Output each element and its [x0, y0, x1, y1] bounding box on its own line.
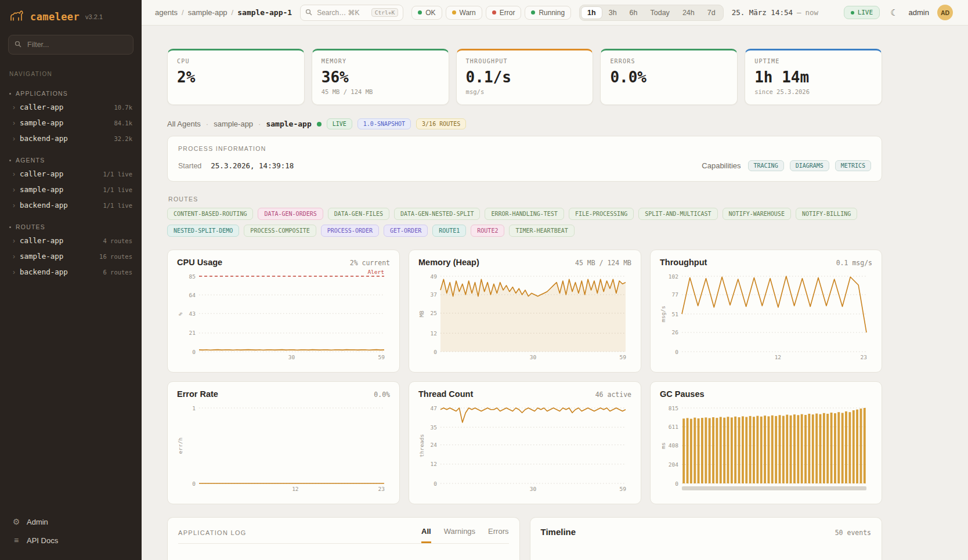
error-rate-chart: 101223err/h — [177, 401, 390, 493]
svg-text:23: 23 — [378, 486, 384, 492]
route-badge[interactable]: PROCESS-ORDER — [321, 225, 379, 237]
svg-text:43: 43 — [189, 310, 196, 317]
sidebar-item-admin[interactable]: ⚙ Admin — [9, 512, 132, 531]
sidebar-footer-label: API Docs — [27, 536, 58, 545]
svg-text:25: 25 — [431, 310, 437, 316]
time-range-selector: 1h 3h 6h Today 24h 7d — [579, 5, 724, 21]
dark-mode-toggle[interactable]: ☾ — [888, 6, 900, 19]
svg-text:24: 24 — [431, 442, 438, 448]
section-title-applications: APPLICATIONS — [0, 85, 142, 99]
stat-label: MEMORY — [322, 58, 439, 64]
route-badge[interactable]: GET-ORDER — [384, 225, 428, 237]
filter-warn[interactable]: Warn — [446, 6, 482, 20]
date-range-display[interactable]: 25. März 14:54 – now — [732, 8, 818, 17]
tab-all[interactable]: All — [421, 527, 431, 543]
range-6h[interactable]: 6h — [623, 6, 644, 19]
agent-crumb-all-agents[interactable]: All Agents — [167, 120, 201, 128]
agent-badge-version: 1.0-SNAPSHOT — [357, 118, 411, 129]
sidebar: cameleer v3.2.1 NAVIGATION APPLICATIONS … — [0, 0, 142, 560]
chart-title: Throughput — [660, 258, 707, 267]
gc-pauses-card: GC Pauses 8156114082040ms — [650, 381, 882, 504]
svg-text:30: 30 — [530, 354, 537, 360]
route-badge[interactable]: NOTIFY-BILLING — [796, 208, 857, 220]
route-badge[interactable]: DATA-GEN-NESTED-SPLIT — [394, 208, 480, 220]
filter-label: Running — [539, 9, 565, 17]
sidebar-item-application-caller-app[interactable]: › caller-app 10.7k — [0, 99, 142, 115]
sidebar-item-api-docs[interactable]: ≡ API Docs — [9, 531, 132, 550]
filter-running[interactable]: Running — [525, 6, 571, 20]
sidebar-item-agent-backend-app[interactable]: › backend-app 1/1 live — [0, 197, 142, 213]
sidebar-item-badge: 10.7k — [114, 104, 132, 111]
sidebar-footer: ⚙ Admin ≡ API Docs — [0, 507, 142, 560]
routes-badge-list: CONTENT-BASED-ROUTING DATA-GEN-ORDERS DA… — [167, 208, 882, 237]
route-badge[interactable]: DATA-GEN-ORDERS — [258, 208, 323, 220]
route-badge[interactable]: NESTED-SPLIT-DEMO — [167, 225, 239, 237]
route-badge[interactable]: PROCESS-COMPOSITE — [244, 225, 316, 237]
thread-count-card: Thread Count 46 active 4735241203059thre… — [409, 381, 641, 504]
throughput-card: Throughput 0.1 msg/s 10277512601223msg/s — [650, 250, 882, 373]
svg-text:msg/s: msg/s — [660, 306, 666, 323]
tab-errors[interactable]: Errors — [488, 527, 508, 543]
route-badge[interactable]: FILE-PROCESSING — [569, 208, 634, 220]
sidebar-item-routes-backend-app[interactable]: › backend-app 6 routes — [0, 264, 142, 280]
svg-text:0: 0 — [434, 480, 437, 487]
section-title-label: APPLICATIONS — [16, 90, 68, 97]
route-badge[interactable]: ROUTE1 — [432, 225, 466, 237]
sidebar-item-application-sample-app[interactable]: › sample-app 84.1k — [0, 115, 142, 131]
tab-warnings[interactable]: Warnings — [444, 527, 475, 543]
stat-sub: msg/s — [466, 88, 584, 95]
filter-error[interactable]: Error — [486, 6, 522, 20]
range-1h[interactable]: 1h — [581, 6, 602, 19]
chart-current-value: 0.1 msg/s — [836, 259, 872, 267]
live-toggle[interactable]: LIVE — [844, 6, 880, 19]
sidebar-item-agent-sample-app[interactable]: › sample-app 1/1 live — [0, 182, 142, 197]
svg-text:12: 12 — [431, 461, 437, 467]
route-badge[interactable]: DATA-GEN-FILES — [328, 208, 389, 220]
gear-icon: ⚙ — [12, 517, 21, 526]
breadcrumb: agents / sample-app / sample-app-1 — [155, 8, 292, 17]
sidebar-item-badge: 1/1 live — [103, 171, 132, 178]
route-badge[interactable]: ROUTE2 — [471, 225, 504, 237]
sidebar-filter[interactable] — [8, 35, 133, 55]
chart-current-value: 46 active — [595, 391, 631, 399]
agent-crumb-sample-app[interactable]: sample-app — [214, 120, 253, 128]
stat-value: 2% — [177, 68, 295, 86]
navigation-label: NAVIGATION — [0, 59, 142, 80]
route-badge[interactable]: CONTENT-BASED-ROUTING — [167, 208, 253, 220]
svg-text:23: 23 — [861, 354, 867, 360]
svg-text:1: 1 — [192, 405, 196, 411]
route-badge[interactable]: TIMER-HEARTBEAT — [509, 225, 574, 237]
range-24h[interactable]: 24h — [676, 6, 701, 19]
sidebar-item-application-backend-app[interactable]: › backend-app 32.2k — [0, 131, 142, 146]
sidebar-item-routes-sample-app[interactable]: › sample-app 16 routes — [0, 248, 142, 264]
gc-pauses-chart: 8156114082040ms — [660, 401, 872, 493]
range-today[interactable]: Today — [644, 6, 676, 19]
range-3h[interactable]: 3h — [602, 6, 623, 19]
stat-label: THROUGHPUT — [466, 58, 584, 64]
svg-text:51: 51 — [672, 311, 679, 317]
agent-crumb-current: sample-app — [266, 120, 311, 128]
date-from: 25. März 14:54 — [732, 8, 793, 17]
sidebar-filter-input[interactable] — [26, 40, 127, 49]
route-badge[interactable]: NOTIFY-WAREHOUSE — [723, 208, 791, 220]
filter-ok[interactable]: OK — [411, 6, 442, 20]
range-7d[interactable]: 7d — [701, 6, 722, 19]
svg-text:85: 85 — [189, 273, 196, 280]
search-shortcut-badge: Ctrl+K — [371, 8, 398, 17]
sidebar-item-agent-caller-app[interactable]: › caller-app 1/1 live — [0, 166, 142, 182]
stat-card-uptime: UPTIME 1h 14m since 25.3.2026 — [745, 49, 882, 105]
chart-current-value: 2% current — [350, 259, 390, 267]
svg-text:MB: MB — [418, 310, 425, 317]
route-badge[interactable]: ERROR-HANDLING-TEST — [485, 208, 564, 220]
avatar[interactable]: AD — [937, 5, 953, 20]
stat-label: ERRORS — [610, 58, 728, 64]
global-search[interactable]: Search… ⌘K Ctrl+K — [300, 5, 403, 21]
sidebar-item-label: caller-app — [20, 236, 63, 245]
breadcrumb-agents[interactable]: agents — [155, 8, 178, 17]
breadcrumb-sample-app[interactable]: sample-app — [188, 8, 227, 17]
route-badge[interactable]: SPLIT-AND-MULTICAST — [638, 208, 717, 220]
brand[interactable]: cameleer v3.2.1 — [0, 0, 142, 31]
capability-badge-tracing: TRACING — [748, 160, 784, 171]
cpu-usage-chart: 8564432103059%Alert — [177, 269, 390, 361]
sidebar-item-routes-caller-app[interactable]: › caller-app 4 routes — [0, 233, 142, 248]
